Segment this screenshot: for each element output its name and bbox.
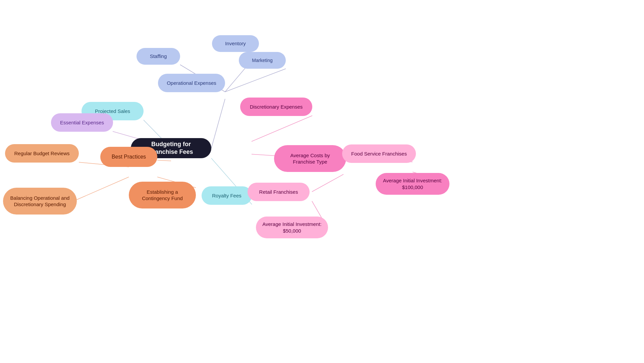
svg-line-9 xyxy=(73,177,129,201)
discretionary-expenses-node: Discretionary Expenses xyxy=(240,98,312,116)
svg-line-11 xyxy=(252,116,312,141)
regular-reviews-node: Regular Budget Reviews xyxy=(5,144,79,163)
retail-franchises-node: Retail Franchises xyxy=(248,183,310,201)
svg-line-3 xyxy=(211,99,225,148)
operational-expenses-node: Operational Expenses xyxy=(158,74,225,92)
svg-line-13 xyxy=(312,174,343,192)
balancing-node: Balancing Operational and Discretionary … xyxy=(3,188,77,215)
essential-expenses-node: Essential Expenses xyxy=(51,113,113,132)
royalty-fees-node: Royalty Fees xyxy=(202,186,252,205)
avg-costs-node: Average Costs by Franchise Type xyxy=(274,145,346,172)
marketing-node: Marketing xyxy=(239,52,286,69)
svg-line-7 xyxy=(157,160,171,161)
inventory-node: Inventory xyxy=(212,35,259,52)
svg-line-2 xyxy=(225,69,286,92)
best-practices-node: Best Practices xyxy=(100,147,157,167)
retail-investment-node: Average Initial Investment: $50,000 xyxy=(256,217,328,238)
food-investment-node: Average Initial Investment: $100,000 xyxy=(376,173,449,195)
contingency-node: Establishing a Contingency Fund xyxy=(129,182,196,208)
food-service-node: Food Service Franchises xyxy=(342,144,416,163)
staffing-node: Staffing xyxy=(137,48,180,65)
